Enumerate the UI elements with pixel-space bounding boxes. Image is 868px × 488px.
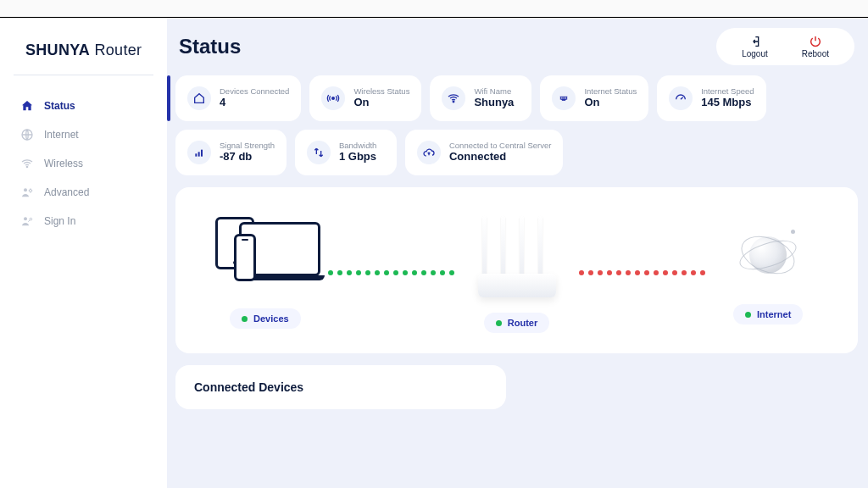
svg-rect-9 <box>198 152 200 156</box>
card-value: On <box>584 97 637 109</box>
active-indicator-bar <box>167 75 170 121</box>
brand-underline <box>14 75 153 75</box>
card-value: Connected <box>449 151 551 164</box>
pill-label: Internet <box>757 309 791 319</box>
sidebar-item-label: Advanced <box>44 186 89 198</box>
user-key-icon <box>20 214 34 228</box>
card-label: Internet Speed <box>701 87 754 97</box>
card-label: Bandwidth <box>339 141 376 151</box>
gauge-icon <box>669 86 693 110</box>
sidebar-item-label: Sign In <box>44 215 75 227</box>
status-cards-wrap: Devices Connected 4 Wireless Status On <box>175 75 858 175</box>
svg-rect-10 <box>201 150 203 157</box>
svg-rect-8 <box>195 153 197 156</box>
home-outline-icon <box>187 86 211 110</box>
topology-panel: Devices Router <box>175 187 858 353</box>
reboot-label: Reboot <box>802 49 829 58</box>
sidebar-item-label: Internet <box>44 129 79 141</box>
sidebar-item-label: Wireless <box>44 158 83 169</box>
sidebar-item-wireless[interactable]: Wireless <box>0 150 167 177</box>
status-dot-icon <box>745 312 751 318</box>
sidebar-item-advanced[interactable]: Advanced <box>0 179 167 206</box>
link-devices-router <box>328 270 454 275</box>
card-value: -87 db <box>220 151 275 164</box>
card-value: 4 <box>220 97 289 109</box>
window-topbar <box>0 0 868 17</box>
devices-illustration <box>210 217 320 293</box>
topology-devices: Devices <box>209 217 321 329</box>
connected-devices-title: Connected Devices <box>194 380 487 394</box>
topology-internet: Internet <box>712 221 824 324</box>
brand-light: Router <box>90 42 142 58</box>
svg-point-4 <box>24 217 27 220</box>
header-actions: Logout Reboot <box>716 28 854 65</box>
card-signal-strength: Signal Strength -87 db <box>175 130 287 175</box>
card-label: Internet Status <box>584 87 637 97</box>
card-label: Wifi Name <box>474 87 514 97</box>
status-dot-icon <box>242 316 248 322</box>
svg-point-7 <box>453 101 455 103</box>
svg-point-2 <box>24 188 27 191</box>
brand-bold: SHUNYA <box>25 42 90 58</box>
router-illustration <box>470 213 564 297</box>
ethernet-icon <box>552 86 576 110</box>
internet-illustration <box>734 221 802 289</box>
card-value: 1 Gbps <box>339 151 376 164</box>
card-label: Signal Strength <box>220 141 275 151</box>
topology-router: Router <box>461 213 573 333</box>
page-title: Status <box>179 35 241 58</box>
link-router-internet <box>579 270 705 275</box>
sidebar-item-signin[interactable]: Sign In <box>0 208 167 235</box>
card-label: Connected to Central Server <box>449 141 551 151</box>
svg-point-5 <box>30 218 32 220</box>
pill-label: Router <box>508 318 537 328</box>
logout-button[interactable]: Logout <box>742 35 768 58</box>
card-value: 145 Mbps <box>701 97 754 109</box>
connected-devices-panel: Connected Devices <box>175 365 506 409</box>
transfer-icon <box>307 141 331 164</box>
broadcast-icon <box>321 86 345 110</box>
card-internet-speed: Internet Speed 145 Mbps <box>657 75 765 121</box>
card-wifi-name: Wifi Name Shunya <box>430 75 531 121</box>
sidebar-item-internet[interactable]: Internet <box>0 121 167 148</box>
status-cards: Devices Connected 4 Wireless Status On <box>175 75 858 175</box>
topology-row: Devices Router <box>209 213 824 333</box>
card-devices-connected: Devices Connected 4 <box>175 75 301 121</box>
card-central-server: Connected to Central Server Connected <box>405 130 563 175</box>
signal-bars-icon <box>187 141 211 164</box>
router-pill: Router <box>484 313 549 333</box>
pill-label: Devices <box>253 313 289 324</box>
sidebar-item-label: Status <box>44 100 75 112</box>
card-label: Devices Connected <box>220 87 289 97</box>
reboot-button[interactable]: Reboot <box>802 35 829 58</box>
sidebar-nav: Status Internet Wireless Advanced <box>0 89 167 238</box>
svg-point-3 <box>29 189 31 191</box>
home-icon <box>20 99 34 113</box>
card-wireless-status: Wireless Status On <box>309 75 421 121</box>
globe-icon <box>20 128 34 141</box>
sidebar-item-status[interactable]: Status <box>0 92 167 119</box>
status-dot-icon <box>496 320 502 326</box>
app-root: SHUNYA Router Status Internet Wireless <box>0 18 868 488</box>
sidebar: SHUNYA Router Status Internet Wireless <box>0 18 167 488</box>
card-internet-status: Internet Status On <box>540 75 648 121</box>
wifi-icon <box>20 157 34 170</box>
card-bandwidth: Bandwidth 1 Gbps <box>295 130 397 175</box>
wifi-icon <box>442 86 465 110</box>
header-row: Status Logout Reboot <box>175 28 858 65</box>
logout-label: Logout <box>742 49 768 58</box>
card-value: Shunya <box>474 97 514 109</box>
devices-pill: Devices <box>230 308 301 329</box>
user-gear-icon <box>20 186 34 199</box>
card-value: On <box>353 97 409 109</box>
brand-title: SHUNYA Router <box>0 18 167 75</box>
svg-point-1 <box>26 166 27 167</box>
svg-point-6 <box>332 97 335 100</box>
internet-pill: Internet <box>733 304 803 324</box>
cloud-up-icon <box>417 141 441 164</box>
card-label: Wireless Status <box>353 87 409 97</box>
main-content: Status Logout Reboot <box>167 18 868 488</box>
